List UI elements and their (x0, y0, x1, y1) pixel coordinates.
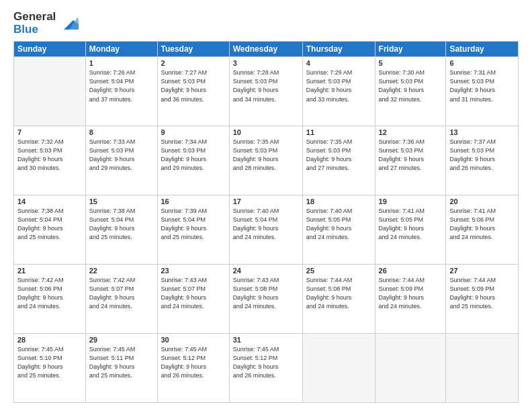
calendar-cell: 14Sunrise: 7:38 AM Sunset: 5:04 PM Dayli… (14, 195, 86, 265)
calendar-cell: 10Sunrise: 7:35 AM Sunset: 5:03 PM Dayli… (229, 126, 302, 195)
calendar-cell: 12Sunrise: 7:36 AM Sunset: 5:03 PM Dayli… (375, 126, 446, 195)
weekday-monday: Monday (85, 42, 157, 57)
day-number: 30 (161, 336, 226, 344)
calendar-cell: 21Sunrise: 7:42 AM Sunset: 5:06 PM Dayli… (14, 265, 86, 334)
day-info: Sunrise: 7:42 AM Sunset: 5:07 PM Dayligh… (89, 276, 154, 311)
week-row-4: 21Sunrise: 7:42 AM Sunset: 5:06 PM Dayli… (14, 265, 519, 334)
calendar-cell: 29Sunrise: 7:45 AM Sunset: 5:11 PM Dayli… (85, 334, 157, 403)
day-number: 10 (233, 128, 299, 136)
calendar-cell: 8Sunrise: 7:33 AM Sunset: 5:03 PM Daylig… (85, 126, 157, 195)
day-info: Sunrise: 7:45 AM Sunset: 5:12 PM Dayligh… (233, 345, 299, 380)
day-number: 17 (233, 197, 299, 205)
calendar-cell: 16Sunrise: 7:39 AM Sunset: 5:04 PM Dayli… (157, 195, 229, 265)
logo-icon (58, 15, 79, 32)
day-info: Sunrise: 7:43 AM Sunset: 5:08 PM Dayligh… (233, 276, 299, 311)
day-info: Sunrise: 7:29 AM Sunset: 5:03 PM Dayligh… (306, 68, 371, 103)
day-info: Sunrise: 7:45 AM Sunset: 5:10 PM Dayligh… (17, 345, 82, 380)
calendar-cell (375, 334, 446, 403)
day-number: 6 (449, 59, 515, 67)
day-info: Sunrise: 7:26 AM Sunset: 5:04 PM Dayligh… (89, 68, 154, 103)
day-number: 22 (89, 267, 154, 275)
day-info: Sunrise: 7:35 AM Sunset: 5:03 PM Dayligh… (233, 138, 299, 173)
calendar-cell: 1Sunrise: 7:26 AM Sunset: 5:04 PM Daylig… (85, 57, 157, 126)
day-info: Sunrise: 7:42 AM Sunset: 5:06 PM Dayligh… (17, 276, 82, 311)
calendar-cell: 28Sunrise: 7:45 AM Sunset: 5:10 PM Dayli… (14, 334, 86, 403)
day-number: 25 (306, 267, 371, 275)
day-info: Sunrise: 7:38 AM Sunset: 5:04 PM Dayligh… (17, 207, 82, 242)
logo: General Blue (13, 11, 79, 36)
day-number: 21 (17, 267, 82, 275)
calendar-cell: 17Sunrise: 7:40 AM Sunset: 5:04 PM Dayli… (229, 195, 302, 265)
day-info: Sunrise: 7:36 AM Sunset: 5:03 PM Dayligh… (379, 138, 443, 173)
day-info: Sunrise: 7:41 AM Sunset: 5:05 PM Dayligh… (379, 207, 443, 242)
logo-general: General (13, 11, 56, 24)
calendar-cell: 3Sunrise: 7:28 AM Sunset: 5:03 PM Daylig… (229, 57, 302, 126)
day-number: 12 (379, 128, 443, 136)
calendar-cell: 30Sunrise: 7:45 AM Sunset: 5:12 PM Dayli… (157, 334, 229, 403)
calendar-cell (302, 334, 375, 403)
calendar-cell: 31Sunrise: 7:45 AM Sunset: 5:12 PM Dayli… (229, 334, 302, 403)
day-info: Sunrise: 7:28 AM Sunset: 5:03 PM Dayligh… (233, 68, 299, 103)
weekday-thursday: Thursday (302, 42, 375, 57)
calendar-cell: 18Sunrise: 7:40 AM Sunset: 5:05 PM Dayli… (302, 195, 375, 265)
day-number: 24 (233, 267, 299, 275)
day-number: 11 (306, 128, 371, 136)
day-number: 27 (449, 267, 515, 275)
header: General Blue (13, 11, 519, 36)
day-info: Sunrise: 7:44 AM Sunset: 5:09 PM Dayligh… (379, 276, 443, 311)
week-row-3: 14Sunrise: 7:38 AM Sunset: 5:04 PM Dayli… (14, 195, 519, 265)
day-number: 8 (89, 128, 154, 136)
calendar-cell: 22Sunrise: 7:42 AM Sunset: 5:07 PM Dayli… (85, 265, 157, 334)
day-info: Sunrise: 7:30 AM Sunset: 5:03 PM Dayligh… (379, 68, 443, 103)
day-info: Sunrise: 7:45 AM Sunset: 5:11 PM Dayligh… (89, 345, 154, 380)
calendar-cell (446, 334, 519, 403)
day-number: 13 (449, 128, 515, 136)
day-info: Sunrise: 7:35 AM Sunset: 5:03 PM Dayligh… (306, 138, 371, 173)
calendar-cell: 24Sunrise: 7:43 AM Sunset: 5:08 PM Dayli… (229, 265, 302, 334)
day-number: 3 (233, 59, 299, 67)
calendar-cell: 13Sunrise: 7:37 AM Sunset: 5:03 PM Dayli… (446, 126, 519, 195)
calendar-cell: 6Sunrise: 7:31 AM Sunset: 5:03 PM Daylig… (446, 57, 519, 126)
weekday-sunday: Sunday (14, 42, 86, 57)
day-info: Sunrise: 7:27 AM Sunset: 5:03 PM Dayligh… (161, 68, 226, 103)
calendar-cell: 9Sunrise: 7:34 AM Sunset: 5:03 PM Daylig… (157, 126, 229, 195)
day-info: Sunrise: 7:37 AM Sunset: 5:03 PM Dayligh… (449, 138, 515, 173)
weekday-wednesday: Wednesday (229, 42, 302, 57)
calendar-cell: 7Sunrise: 7:32 AM Sunset: 5:03 PM Daylig… (14, 126, 86, 195)
calendar-cell: 27Sunrise: 7:44 AM Sunset: 5:09 PM Dayli… (446, 265, 519, 334)
calendar-cell: 19Sunrise: 7:41 AM Sunset: 5:05 PM Dayli… (375, 195, 446, 265)
day-number: 29 (89, 336, 154, 344)
calendar-cell: 23Sunrise: 7:43 AM Sunset: 5:07 PM Dayli… (157, 265, 229, 334)
day-number: 18 (306, 197, 371, 205)
day-info: Sunrise: 7:32 AM Sunset: 5:03 PM Dayligh… (17, 138, 82, 173)
week-row-2: 7Sunrise: 7:32 AM Sunset: 5:03 PM Daylig… (14, 126, 519, 195)
weekday-tuesday: Tuesday (157, 42, 229, 57)
calendar-table: SundayMondayTuesdayWednesdayThursdayFrid… (13, 41, 519, 403)
day-number: 1 (89, 59, 154, 67)
day-info: Sunrise: 7:33 AM Sunset: 5:03 PM Dayligh… (89, 138, 154, 173)
logo-blue: Blue (13, 24, 56, 36)
calendar-body: 1Sunrise: 7:26 AM Sunset: 5:04 PM Daylig… (14, 57, 519, 403)
day-number: 31 (233, 336, 299, 344)
day-number: 2 (161, 59, 226, 67)
weekday-saturday: Saturday (446, 42, 519, 57)
calendar-cell: 26Sunrise: 7:44 AM Sunset: 5:09 PM Dayli… (375, 265, 446, 334)
day-info: Sunrise: 7:44 AM Sunset: 5:08 PM Dayligh… (306, 276, 371, 311)
day-number: 19 (379, 197, 443, 205)
day-number: 26 (379, 267, 443, 275)
day-number: 4 (306, 59, 371, 67)
day-info: Sunrise: 7:40 AM Sunset: 5:04 PM Dayligh… (233, 207, 299, 242)
day-info: Sunrise: 7:44 AM Sunset: 5:09 PM Dayligh… (449, 276, 515, 311)
day-number: 14 (17, 197, 82, 205)
week-row-1: 1Sunrise: 7:26 AM Sunset: 5:04 PM Daylig… (14, 57, 519, 126)
day-number: 16 (161, 197, 226, 205)
day-info: Sunrise: 7:39 AM Sunset: 5:04 PM Dayligh… (161, 207, 226, 242)
calendar-cell (14, 57, 86, 126)
calendar-cell: 20Sunrise: 7:41 AM Sunset: 5:06 PM Dayli… (446, 195, 519, 265)
day-info: Sunrise: 7:43 AM Sunset: 5:07 PM Dayligh… (161, 276, 226, 311)
page: General Blue SundayMondayTuesdayWednesda… (0, 0, 532, 411)
day-info: Sunrise: 7:34 AM Sunset: 5:03 PM Dayligh… (161, 138, 226, 173)
day-info: Sunrise: 7:31 AM Sunset: 5:03 PM Dayligh… (449, 68, 515, 103)
day-info: Sunrise: 7:38 AM Sunset: 5:04 PM Dayligh… (89, 207, 154, 242)
day-number: 7 (17, 128, 82, 136)
